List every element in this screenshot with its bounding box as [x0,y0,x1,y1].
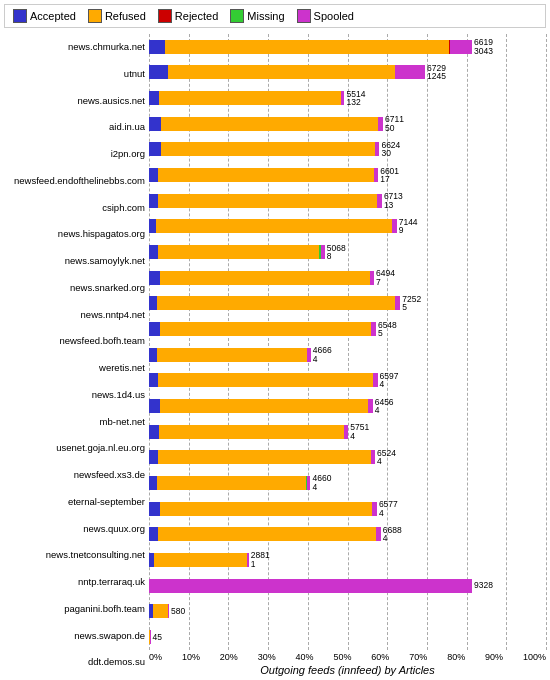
bar-segment-spooled [392,219,396,233]
x-tick-label: 90% [485,652,503,662]
bar-stack [149,553,249,567]
bar-row: 72525 [149,294,546,312]
bar-row: 65774 [149,500,546,518]
bar-row: 65244 [149,448,546,466]
bar-stack [149,373,378,387]
bar-segment-refused [168,65,394,79]
bar-stack [149,579,472,593]
y-label: news.hispagatos.org [4,229,145,239]
y-label: eternal-september [4,497,145,507]
bar-segment-accepted [149,245,158,259]
bar-value-label: 5514132 [347,90,366,107]
bar-segment-refused [160,399,368,413]
bar-segment-spooled [377,194,382,208]
bar-segment-spooled [450,40,472,54]
bar-value-label: 65974 [380,372,399,389]
bar-stack [149,219,397,233]
y-label: mb-net.net [4,417,145,427]
y-label: newsfeed.xs3.de [4,470,145,480]
bar-segment-spooled [372,502,377,516]
bar-stack [149,527,381,541]
bar-value-label: 580 [171,607,185,616]
bar-segment-spooled [368,399,372,413]
y-label: news.swapon.de [4,631,145,641]
bar-stack [149,502,377,516]
legend-label-rejected: Rejected [175,10,218,22]
x-axis: 0%10%20%30%40%50%60%70%80%90%100% [149,650,546,662]
bar-segment-spooled [371,450,376,464]
grid-line [546,34,547,650]
y-label: paganini.bofh.team [4,604,145,614]
bar-segment-accepted [149,271,160,285]
bar-segment-spooled [395,296,400,310]
y-label: news.chmurka.net [4,42,145,52]
bar-value-label: 9328 [474,581,493,590]
bar-row: 662430 [149,140,546,158]
y-label: newsfeed.bofh.team [4,336,145,346]
bar-row: 67291245 [149,63,546,81]
y-label: news.tnetconsulting.net [4,550,145,560]
bar-row: 46604 [149,474,546,492]
y-label: i2pn.org [4,149,145,159]
x-tick-label: 100% [523,652,546,662]
bar-value-label: 64564 [375,398,394,415]
bar-row: 57514 [149,423,546,441]
bar-row: 660117 [149,166,546,184]
bar-segment-refused [158,168,373,182]
bar-value-label: 64947 [376,269,395,286]
bar-segment-accepted [149,168,158,182]
bar-value-label: 46664 [313,346,332,363]
bar-value-label: 50688 [327,244,346,261]
bar-stack [149,296,400,310]
chart-container: Accepted Refused Rejected Missing Spoole… [0,0,550,680]
bar-segment-accepted [149,296,157,310]
bar-value-label: 71449 [399,218,418,235]
bar-stack [149,245,325,259]
bar-segment-spooled [374,168,379,182]
y-label: nntp.terraraq.uk [4,577,145,587]
bar-segment-spooled [370,271,375,285]
bar-value-label: 65244 [377,449,396,466]
bar-segment-spooled [395,65,425,79]
bar-segment-refused [158,527,376,541]
chart-inner: news.chmurka.netutnutnews.ausics.netaid.… [4,34,546,676]
bar-stack [149,91,345,105]
legend-item-spooled: Spooled [297,9,354,23]
bar-segment-refused [160,502,372,516]
bar-segment-refused [157,348,307,362]
legend-color-missing [230,9,244,23]
bar-value-label: 45 [153,633,162,642]
bar-value-label: 66884 [383,526,402,543]
x-tick-label: 70% [409,652,427,662]
bar-segment-accepted [149,65,168,79]
bar-segment-spooled [378,117,383,131]
bar-segment-refused [158,245,320,259]
bars-section: 6619304367291245551413267115066243066011… [149,34,546,676]
bar-segment-accepted [149,194,158,208]
bar-segment-accepted [149,348,157,362]
bar-segment-spooled [307,476,310,490]
bar-stack [149,40,472,54]
bar-segment-accepted [149,322,160,336]
legend-label-refused: Refused [105,10,146,22]
bar-row: 65485 [149,320,546,338]
bar-stack [149,399,373,413]
bar-value-label: 65774 [379,500,398,517]
x-tick-label: 20% [220,652,238,662]
bar-segment-accepted [149,40,165,54]
bar-stack [149,348,311,362]
bar-segment-accepted [149,142,161,156]
bar-segment-refused [159,91,341,105]
bar-segment-spooled [321,245,325,259]
bar-value-label: 671313 [384,192,403,209]
x-tick-labels: 0%10%20%30%40%50%60%70%80%90%100% [149,652,546,662]
bar-stack [149,194,382,208]
bar-segment-spooled [341,91,345,105]
bar-stack [149,604,169,618]
bar-row: 9328 [149,577,546,595]
y-label: news.nntp4.net [4,310,145,320]
bar-row: 46664 [149,346,546,364]
bar-segment-refused [159,425,344,439]
bar-row: 28811 [149,551,546,569]
y-label: newsfeed.endofthelinebbs.com [4,176,145,186]
